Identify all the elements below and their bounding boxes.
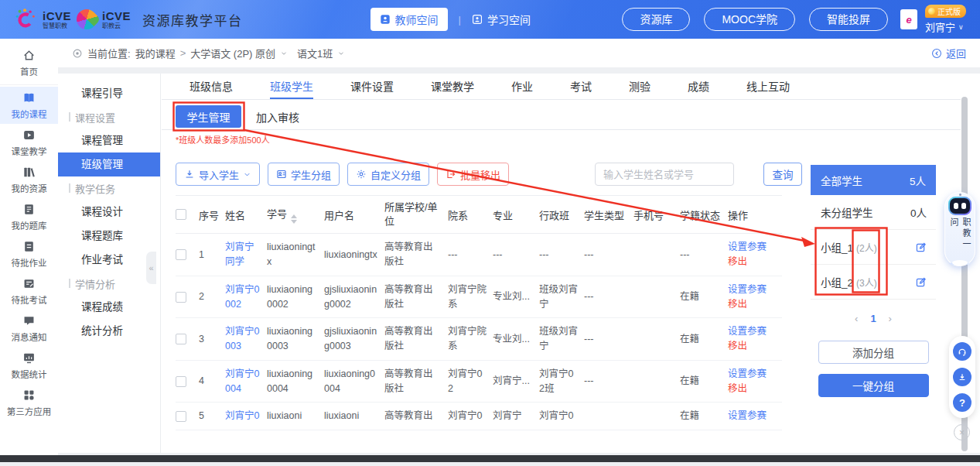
row-checkbox[interactable]	[176, 376, 186, 387]
select-all-checkbox[interactable]	[176, 209, 186, 220]
sidebar-item-classroom-teaching[interactable]: 课堂教学	[0, 124, 58, 161]
submenu-item-course-question-bank[interactable]: 课程题库	[58, 224, 160, 248]
set-contest-link[interactable]: 设置参赛	[728, 240, 776, 255]
row-checkbox[interactable]	[176, 334, 186, 344]
sidebar-item-my-courses[interactable]: 我的课程	[0, 87, 58, 124]
all-students-header[interactable]: 全部学生 5人	[811, 165, 936, 195]
sort-icon[interactable]	[291, 214, 297, 224]
auto-group-button[interactable]: 一键分组	[818, 374, 929, 397]
left-sidebar: 首页我的课程课堂教学我的资源我的题库待批作业待批考试消息通知数据统计第三方应用	[0, 39, 58, 455]
student-name-link[interactable]: 刘宵宁0004	[225, 368, 259, 394]
prev-page-button[interactable]: ‹	[855, 313, 858, 324]
tab-online-interaction[interactable]: 线上互动	[746, 78, 790, 99]
group-row-group-2[interactable]: 小组_2(3人)	[811, 265, 936, 300]
stats-icon	[22, 351, 36, 365]
tab-student-management[interactable]: 学生管理	[176, 105, 241, 128]
customer-service-button[interactable]	[953, 342, 971, 361]
sidebar-item-home[interactable]: 首页	[0, 44, 58, 85]
resource-library-button[interactable]: 资源库	[622, 8, 690, 31]
row-checkbox[interactable]	[176, 411, 186, 422]
tab-homework[interactable]: 作业	[511, 78, 533, 99]
sidebar-item-notifications[interactable]: 消息通知	[0, 310, 58, 347]
tab-join-review[interactable]: 加入审核	[256, 109, 299, 125]
student-grouping-button[interactable]: 学生分组	[268, 163, 340, 186]
tab-grades[interactable]: 成绩	[688, 78, 709, 99]
student-name-link[interactable]: 刘宵宁同学	[225, 242, 254, 267]
tab-courseware-settings[interactable]: 课件设置	[350, 78, 394, 99]
submenu-item-course-design[interactable]: 课程设计	[58, 200, 160, 224]
mooc-academy-button[interactable]: MOOC学院	[704, 8, 795, 31]
assistant-widget[interactable]: 职教一问	[944, 192, 975, 266]
breadcrumb-my-courses[interactable]: 我的课程	[135, 46, 176, 60]
submenu-item-homework-exam[interactable]: 作业考试	[58, 248, 160, 272]
back-icon	[931, 48, 942, 59]
sidebar-item-my-question-bank[interactable]: 我的题库	[0, 198, 58, 235]
back-button[interactable]: 返回	[931, 46, 966, 60]
submenu-item-class-management[interactable]: 班级管理	[58, 152, 160, 176]
remove-link[interactable]: 移出	[728, 255, 776, 269]
sidebar-item-pending-exams[interactable]: 待批考试	[0, 272, 58, 310]
submenu-item-course-grades[interactable]: 课程成绩	[58, 295, 160, 319]
sidebar-item-my-resources[interactable]: 我的资源	[0, 161, 58, 198]
edit-icon[interactable]	[915, 242, 927, 253]
learning-space-icon	[472, 14, 483, 25]
submenu-item-statistics-analysis[interactable]: 统计分析	[58, 319, 160, 343]
tab-classroom-teaching[interactable]: 课堂教学	[431, 78, 474, 99]
col-header-label: 院系	[448, 210, 468, 221]
query-button[interactable]: 查询	[763, 163, 802, 186]
cell-dept: 刘宵宁院系	[448, 276, 493, 318]
student-name-link[interactable]: 刘宵宁0002	[225, 284, 259, 310]
icve-doc-icon[interactable]: e	[900, 9, 917, 29]
close-floating-toolbar-button[interactable]: ×	[954, 424, 970, 440]
row-checkbox[interactable]	[176, 292, 186, 303]
search-input[interactable]	[595, 163, 734, 186]
set-contest-link[interactable]: 设置参赛	[728, 409, 776, 423]
chevron-down-icon[interactable]	[280, 50, 288, 57]
student-name-link[interactable]: 刘宵宁0	[225, 410, 259, 421]
group-row-group-1[interactable]: 小组_1(2人)	[811, 230, 936, 265]
next-page-button[interactable]: ›	[889, 313, 892, 324]
set-contest-link[interactable]: 设置参赛	[728, 324, 776, 339]
help-button[interactable]: ?	[953, 393, 971, 412]
sidebar-item-third-party-apps[interactable]: 第三方应用	[0, 384, 58, 421]
breadcrumb-course[interactable]: 大学语文 (2P) 原创	[190, 46, 275, 60]
sidebar-item-data-statistics[interactable]: 数据统计	[0, 347, 58, 384]
remove-link[interactable]: 移出	[728, 297, 776, 312]
sidebar-item-label: 我的课程	[12, 108, 47, 120]
chevron-down-icon[interactable]	[337, 50, 345, 57]
import-students-button[interactable]: 导入学生	[176, 163, 260, 186]
set-contest-link[interactable]: 设置参赛	[728, 367, 776, 382]
submenu-item-course-management[interactable]: 课程管理	[58, 128, 160, 152]
user-menu[interactable]: 刘宵宁 ∨	[925, 19, 964, 34]
learning-space-button[interactable]: 学习空间	[472, 12, 531, 27]
remove-link[interactable]: 移出	[728, 382, 776, 396]
breadcrumb-class[interactable]: 语文1班	[297, 46, 333, 60]
row-checkbox[interactable]	[176, 249, 186, 260]
submenu-item-course-guide[interactable]: 课程引导	[58, 81, 160, 105]
edit-icon[interactable]	[915, 276, 927, 288]
page-number[interactable]: 1	[870, 313, 876, 324]
tab-exam[interactable]: 考试	[570, 78, 592, 99]
toolbar: 导入学生 学生分组 自定义分组 批量移出 查询	[176, 163, 802, 186]
student-name-link[interactable]: 刘宵宁0003	[225, 326, 259, 351]
gear-icon	[356, 169, 367, 180]
group-row-ungrouped[interactable]: 未分组学生0人	[811, 195, 936, 230]
tab-class-info[interactable]: 班级信息	[190, 78, 233, 99]
batch-remove-button[interactable]: 批量移出	[437, 163, 509, 186]
smart-cast-button[interactable]: 智能投屏	[809, 8, 888, 31]
cell-action: 设置参赛移出	[728, 318, 782, 361]
tab-quiz[interactable]: 测验	[629, 78, 650, 99]
teacher-space-button[interactable]: 教师空间	[370, 8, 448, 31]
sidebar-item-pending-homework[interactable]: 待批作业	[0, 235, 58, 272]
sidebar-collapse-handle[interactable]: «	[146, 252, 156, 284]
tab-class-students[interactable]: 班级学生	[270, 78, 313, 99]
cell-type: ---	[584, 276, 633, 318]
add-group-button[interactable]: 添加分组	[818, 341, 929, 364]
homework-icon	[22, 240, 36, 253]
download-center-button[interactable]	[953, 368, 971, 386]
set-contest-link[interactable]: 设置参赛	[728, 283, 776, 297]
class-tabs: 班级信息班级学生课件设置课堂教学作业考试测验成绩线上互动	[162, 78, 961, 100]
remove-link[interactable]: 移出	[728, 339, 776, 354]
custom-grouping-button[interactable]: 自定义分组	[347, 163, 429, 186]
cell-class: 班级刘宵宁	[539, 318, 584, 361]
